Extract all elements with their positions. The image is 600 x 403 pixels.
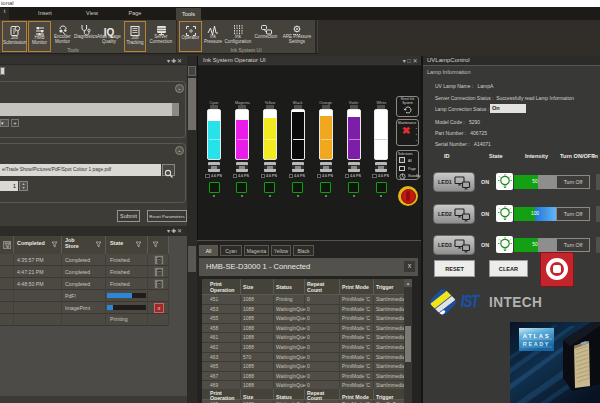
svg-text:ATLAS: ATLAS [523,333,551,339]
svg-text:READY: READY [523,341,550,347]
